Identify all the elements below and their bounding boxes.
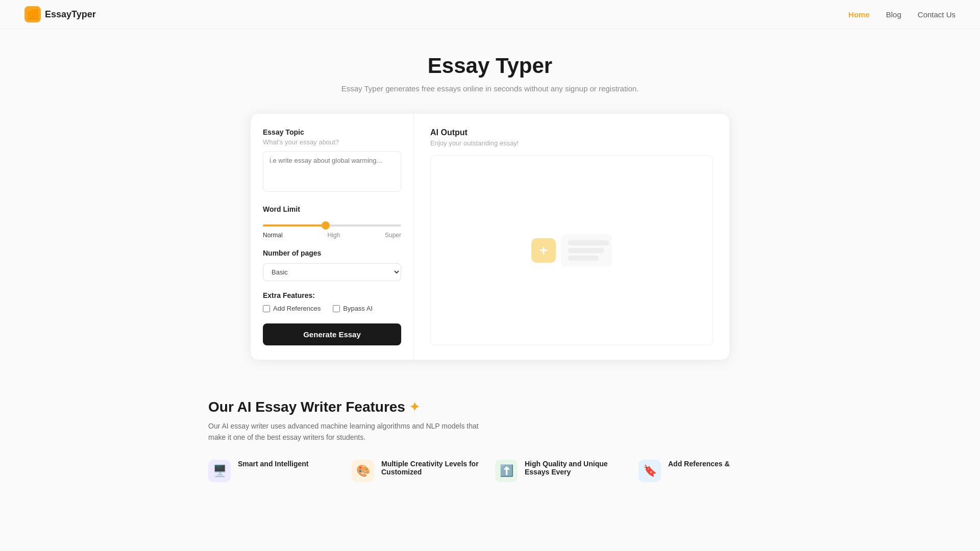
feature-card-creativity: 🎨 Multiple Creativity Levels for Customi… (352, 460, 485, 482)
slider-container (263, 219, 401, 229)
placeholder-illustration: + (531, 234, 612, 267)
generate-essay-button[interactable]: Generate Essay (263, 323, 401, 345)
navbar: 🟧 EssayTyper Home Blog Contact Us (0, 0, 980, 29)
doc-line-3 (568, 256, 599, 261)
doc-line-2 (568, 248, 604, 253)
smart-icon: 🖥️ (213, 464, 227, 478)
num-pages-label: Number of pages (263, 249, 401, 257)
word-limit-label: Word Limit (263, 205, 401, 213)
smart-icon-box: 🖥️ (208, 460, 231, 482)
nav-contact[interactable]: Contact Us (918, 10, 955, 19)
references-feature-name: Add References & (668, 460, 730, 468)
doc-stack (561, 234, 612, 267)
hero-subtitle: Essay Typer generates free essays online… (337, 84, 643, 93)
features-grid: 🖥️ Smart and Intelligent 🎨 Multiple Crea… (208, 460, 772, 482)
features-section: Our AI Essay Writer Features ✦ Our AI es… (184, 368, 796, 503)
add-references-checkbox[interactable] (263, 305, 270, 312)
logo-text: EssayTyper (45, 9, 96, 20)
feature-card-smart: 🖥️ Smart and Intelligent (208, 460, 341, 482)
feature-card-quality: ⬆️ High Quality and Unique Essays Every (495, 460, 628, 482)
references-icon: 🔖 (643, 464, 657, 478)
nav-links: Home Blog Contact Us (848, 10, 955, 19)
bypass-ai-checkbox[interactable] (333, 305, 340, 312)
slider-label-normal: Normal (263, 232, 283, 239)
nav-home[interactable]: Home (848, 10, 870, 19)
features-description: Our AI essay writer uses advanced machin… (208, 420, 484, 443)
bypass-ai-label: Bypass AI (343, 305, 373, 312)
logo[interactable]: 🟧 EssayTyper (24, 6, 96, 22)
quality-feature-name: High Quality and Unique Essays Every (525, 460, 628, 476)
doc-line-1 (568, 240, 609, 245)
ai-output-subtitle: Enjoy your outstanding essay! (430, 139, 713, 147)
smart-feature-name: Smart and Intelligent (238, 460, 308, 468)
extra-features-label: Extra Features: (263, 291, 401, 299)
plus-icon: + (531, 238, 556, 263)
logo-icon: 🟧 (24, 6, 41, 22)
creativity-icon-box: 🎨 (352, 460, 374, 482)
nav-blog[interactable]: Blog (886, 10, 901, 19)
slider-label-super: Super (385, 232, 401, 239)
add-references-label: Add References (273, 305, 321, 312)
quality-icon: ⬆️ (500, 464, 513, 478)
topic-label: Essay Topic (263, 128, 401, 136)
creativity-feature-name: Multiple Creativity Levels for Customize… (381, 460, 485, 476)
num-pages-section: Number of pages Basic 1 Page 2 Pages 3 P… (263, 249, 401, 281)
creativity-icon: 🎨 (356, 464, 370, 478)
slider-labels: Normal High Super (263, 232, 401, 239)
topic-sub: What's your essay about? (263, 138, 401, 146)
word-limit-slider[interactable] (263, 224, 401, 227)
essay-topic-input[interactable] (263, 151, 401, 192)
feature-card-references: 🔖 Add References & (639, 460, 772, 482)
right-panel: AI Output Enjoy your outstanding essay! … (414, 114, 729, 360)
pages-select[interactable]: Basic 1 Page 2 Pages 3 Pages 4 Pages 5 P… (263, 263, 401, 281)
word-limit-section: Word Limit Normal High Super (263, 205, 401, 239)
features-heading: Our AI Essay Writer Features ✦ (208, 399, 772, 415)
main-card: Essay Topic What's your essay about? Wor… (250, 113, 730, 360)
page-title: Essay Typer (10, 54, 970, 78)
checkboxes-container: Add References Bypass AI (263, 305, 401, 312)
ai-output-title: AI Output (430, 128, 713, 137)
references-icon-box: 🔖 (639, 460, 661, 482)
hero-section: Essay Typer Essay Typer generates free e… (0, 29, 980, 105)
ai-output-area: + (430, 155, 713, 345)
extra-features-section: Extra Features: Add References Bypass AI (263, 291, 401, 312)
add-references-checkbox-label[interactable]: Add References (263, 305, 321, 312)
features-title: Our AI Essay Writer Features (208, 399, 405, 415)
bypass-ai-checkbox-label[interactable]: Bypass AI (333, 305, 373, 312)
left-panel: Essay Topic What's your essay about? Wor… (251, 114, 414, 360)
slider-label-high: High (327, 232, 340, 239)
quality-icon-box: ⬆️ (495, 460, 518, 482)
star-icon: ✦ (409, 400, 420, 414)
